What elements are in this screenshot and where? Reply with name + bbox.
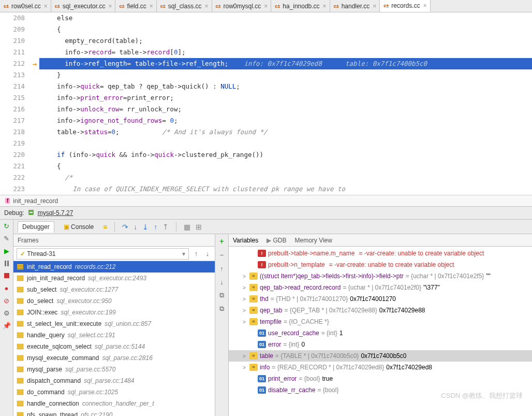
editor-tab[interactable]: c±sql_executor.cc× [51, 0, 116, 12]
variable-row[interactable]: >= thd = {THD * | 0x7f1c74001270} 0x7f1c… [229, 293, 532, 305]
expand-icon[interactable]: > [241, 274, 247, 279]
add-watch-icon[interactable]: + [218, 237, 226, 246]
close-icon[interactable]: × [205, 3, 209, 10]
frame-item[interactable]: pfs_spawn_thread pfs.cc:2190 [13, 409, 215, 416]
expand-icon[interactable]: > [241, 353, 247, 359]
variable-row[interactable]: ! prebuilt->table->name.m_name = -var-cr… [229, 248, 532, 259]
frame-fn: execute_sqlcom_select [27, 343, 92, 350]
variable-row[interactable]: 01 use_record_cache = {int} 1 [229, 327, 532, 339]
tab-variables[interactable]: Variables [233, 237, 258, 244]
frame-item[interactable]: execute_sqlcom_select sql_parse.cc:5144 [13, 341, 215, 352]
drop-frame-icon[interactable]: ⤒ [162, 223, 169, 231]
variable-row[interactable]: 01 disable_rr_cache = {bool} [229, 384, 532, 396]
frame-item[interactable]: do_command sql_parse.cc:1025 [13, 386, 215, 398]
close-icon[interactable]: × [150, 3, 153, 10]
resume-icon[interactable]: ▶ [3, 247, 11, 255]
stop-icon[interactable] [3, 271, 11, 280]
frame-item[interactable]: handle_query sql_select.cc:191 [13, 329, 215, 341]
frame-item[interactable]: mysql_execute_command sql_parse.cc:2816 [13, 352, 215, 364]
close-icon[interactable]: × [44, 3, 48, 10]
expand-icon[interactable]: > [241, 319, 247, 325]
copy-icon[interactable]: ⧉ [218, 291, 226, 299]
frame-item[interactable]: join_init_read_record sql_executor.cc:24… [13, 272, 215, 284]
step-over-icon[interactable]: ↷ [122, 223, 128, 231]
tool1-icon[interactable]: ✎ [3, 234, 11, 242]
view-bp-icon[interactable]: ● [3, 284, 11, 292]
variable-row[interactable]: ! prebuilt->n_template = -var-create: un… [229, 259, 532, 270]
link-icon[interactable]: ⧉ [218, 305, 226, 313]
variable-row[interactable]: >= qep_tab->read_record.record = {uchar … [229, 282, 532, 293]
close-icon[interactable]: × [108, 3, 112, 10]
frame-item[interactable]: init_read_record records.cc:212 [13, 261, 215, 272]
tab-console[interactable]: ▣ Console [60, 222, 98, 232]
variable-row[interactable]: >= table = {TABLE * | 0x7f1c7400b5c0} 0x… [229, 350, 532, 362]
frame-item[interactable]: sub_select sql_executor.cc:1277 [13, 284, 215, 295]
close-icon[interactable]: × [264, 3, 268, 10]
run-to-cursor-icon[interactable]: ▦ [184, 223, 190, 231]
var-badge-icon: 01 [258, 341, 266, 348]
close-icon[interactable]: × [373, 3, 376, 10]
variable-row[interactable]: >= qep_tab = {QEP_TAB * | 0x7f1c74029e88… [229, 305, 532, 316]
editor-tab[interactable]: c±field.cc× [115, 0, 156, 12]
var-value: 0x7f1c7400b5c0 [361, 352, 406, 360]
settings-icon[interactable]: ⚙ [3, 309, 11, 317]
tab-gdb[interactable]: ▶ GDB [267, 237, 286, 244]
variable-row[interactable]: 01 print_error = {bool} true [229, 373, 532, 384]
editor-tab[interactable]: c±sql_class.cc× [157, 0, 212, 12]
threads-icon[interactable]: ≡ [103, 223, 107, 231]
code-area[interactable]: else { empty_record(table); info->record… [39, 12, 532, 195]
svg-rect-38 [17, 401, 23, 403]
rerun-icon[interactable]: ↻ [3, 222, 11, 230]
down-icon[interactable]: ↓ [218, 278, 226, 286]
editor-tab[interactable]: c±records.cc× [380, 0, 430, 12]
svg-rect-21 [17, 335, 23, 336]
chevron-down-icon: ▾ [182, 250, 185, 257]
frame-item[interactable]: do_select sql_executor.cc:950 [13, 295, 215, 307]
expand-icon[interactable]: > [241, 365, 247, 370]
remove-watch-icon[interactable]: − [218, 251, 226, 259]
frame-item[interactable]: dispatch_command sql_parse.cc:1484 [13, 375, 215, 386]
vars-toolbar: + − ↑ ↓ ⧉ ⧉ [215, 234, 229, 416]
cpp-file-icon: c± [333, 3, 339, 9]
step-out-icon[interactable]: ↑ [154, 223, 157, 231]
tab-debugger[interactable]: Debugger [18, 221, 54, 233]
evaluate-icon[interactable]: ⊞ [196, 223, 202, 231]
var-name: error [268, 341, 281, 348]
frame-item[interactable]: mysql_parse sql_parse.cc:5570 [13, 364, 215, 375]
tab-label: ha_innodb.cc [283, 3, 319, 10]
debug-config[interactable]: mysql-5.7.27 [38, 209, 73, 217]
editor-tab[interactable]: c±handler.cc× [330, 0, 380, 12]
editor-tab[interactable]: c±ha_innodb.cc× [271, 0, 330, 12]
tab-label: row0sel.cc [11, 3, 41, 10]
editor-tab[interactable]: c±row0mysql.cc× [212, 0, 272, 12]
force-step-into-icon[interactable]: ⤓ [142, 223, 149, 231]
up-icon[interactable]: ↑ [218, 264, 226, 272]
tab-memory-view[interactable]: Memory View [295, 237, 332, 244]
expand-icon[interactable]: > [241, 308, 247, 313]
close-icon[interactable]: × [423, 2, 427, 9]
var-badge-icon: ! [258, 250, 266, 257]
variable-row[interactable]: >= tempfile = {IO_CACHE *} [229, 316, 532, 327]
svg-rect-1 [29, 212, 33, 213]
frame-item[interactable]: handle_connection connection_handler_per… [13, 398, 215, 409]
prev-frame-icon[interactable]: ↑ [192, 250, 200, 258]
frame-item[interactable]: st_select_lex_unit::execute sql_union.cc… [13, 318, 215, 329]
step-into-icon[interactable]: ↓ [134, 223, 137, 231]
vars-main: Variables ▶ GDB Memory View ! prebuilt->… [229, 234, 532, 416]
expand-icon[interactable]: > [241, 285, 247, 291]
var-type: = {IO_CACHE *} [284, 318, 329, 325]
editor-tab[interactable]: c±row0sel.cc× [0, 0, 51, 12]
variable-row[interactable]: >= info = {READ_RECORD * | 0x7f1c74029ed… [229, 362, 532, 373]
thread-dropdown[interactable]: ✓ Thread-31 ▾ [17, 248, 189, 260]
mute-bp-icon[interactable]: ⊘ [3, 296, 11, 305]
variable-row[interactable]: 01 error = {int} 0 [229, 339, 532, 350]
pin-icon[interactable]: 📌 [3, 321, 11, 329]
next-frame-icon[interactable]: ↓ [203, 250, 212, 258]
variable-row[interactable]: >= ((struct Item*)qep_tab->fields->first… [229, 270, 532, 282]
frame-item[interactable]: JOIN::exec sql_executor.cc:199 [13, 307, 215, 318]
close-icon[interactable]: × [323, 3, 327, 10]
var-badge-icon: = [249, 352, 258, 360]
pause-icon[interactable] [3, 259, 11, 267]
expand-icon[interactable]: > [241, 296, 247, 302]
frame-loc: records.cc:212 [75, 263, 116, 270]
